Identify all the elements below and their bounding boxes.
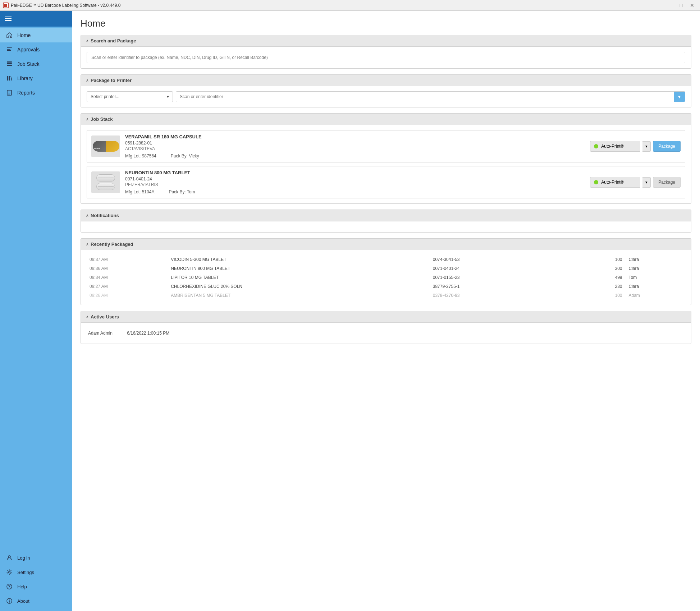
job-item-neurontin: NEURONTIN 800 MG TABLET 0071-0401-24 PFI…: [87, 166, 685, 198]
sidebar-item-jobstack[interactable]: Job Stack: [0, 57, 72, 71]
active-user-name: Adam Admin: [88, 331, 113, 336]
sidebar-item-library[interactable]: Library: [0, 71, 72, 86]
app-container: Home Approvals: [0, 11, 700, 611]
help-icon: [6, 583, 13, 590]
package-to-printer-header[interactable]: ∧ Package to Printer: [81, 75, 691, 86]
neurontin-packby: Pack By: Tom: [169, 189, 195, 194]
neurontin-autoprint-btn[interactable]: Auto-Print®: [590, 177, 640, 188]
active-user-row: Adam Admin 6/16/2022 1:00:15 PM: [87, 328, 685, 339]
recent-ndc: 0378-4270-93: [430, 291, 576, 300]
sidebar-menu-toggle[interactable]: [0, 11, 72, 27]
verapamil-packby: Pack By: Vicky: [171, 153, 199, 159]
maximize-button[interactable]: □: [676, 1, 686, 9]
search-section-chevron: ∧: [86, 39, 88, 43]
recent-time: 09:36 AM: [87, 264, 168, 273]
search-section-title: Search and Package: [91, 38, 136, 43]
notifications-body: [81, 221, 691, 232]
job-stack-section: ∧ Job Stack 40379 180mg: [81, 113, 691, 204]
neurontin-package-button[interactable]: Package: [653, 177, 681, 188]
recent-section-title: Recently Packaged: [91, 242, 133, 247]
recent-table: 09:37 AM VICODIN 5-300 MG TABLET 0074-30…: [87, 255, 685, 300]
neurontin-autoprint-chevron[interactable]: ▾: [642, 177, 651, 188]
printer-row: Select printer... ▾ ▾: [87, 91, 685, 102]
notifications-title: Notifications: [91, 213, 119, 218]
verapamil-actions: Auto-Print® ▾ Package: [590, 141, 681, 152]
svg-point-17: [9, 599, 10, 600]
neurontin-info: NEURONTIN 800 MG TABLET 0071-0401-24 PFI…: [125, 170, 585, 194]
active-users-chevron: ∧: [86, 315, 88, 319]
active-users-section: ∧ Active Users Adam Admin 6/16/2022 1:00…: [81, 311, 691, 344]
search-and-package-body: [81, 47, 691, 68]
close-button[interactable]: ✕: [687, 1, 697, 9]
sidebar-item-settings[interactable]: Settings: [0, 565, 72, 579]
neurontin-image: [91, 171, 120, 193]
sidebar-about-label: About: [17, 598, 29, 604]
printer-select[interactable]: Select printer... ▾: [87, 91, 173, 102]
recent-drug: CHLORHEXIDINE GLUC 20% SOLN: [168, 282, 430, 291]
svg-rect-5: [7, 65, 12, 66]
recent-section-chevron: ∧: [86, 242, 88, 246]
verapamil-image: 40379 180mg: [91, 135, 120, 157]
svg-rect-6: [7, 76, 8, 81]
search-package-input[interactable]: [87, 52, 685, 63]
verapamil-meta: Mfg Lot: 987564 Pack By: Vicky: [125, 153, 585, 159]
app-title: Pak-EDGE™ UD Barcode Labeling Software -…: [11, 3, 120, 8]
svg-point-13: [9, 571, 10, 573]
recent-drug: VICODIN 5-300 MG TABLET: [168, 255, 430, 264]
sidebar-bottom: Log in Settings: [0, 549, 72, 611]
neurontin-name: NEURONTIN 800 MG TABLET: [125, 170, 585, 175]
recent-drug: LIPITOR 10 MG TABLET: [168, 273, 430, 282]
notifications-header[interactable]: ∧ Notifications: [81, 210, 691, 221]
recently-packaged-body: 09:37 AM VICODIN 5-300 MG TABLET 0074-30…: [81, 250, 691, 305]
printer-identifier-input[interactable]: [176, 92, 674, 102]
hamburger-icon: [5, 17, 12, 21]
svg-rect-7: [9, 76, 10, 81]
svg-rect-11: [8, 94, 10, 95]
recent-table-row: 09:34 AM LIPITOR 10 MG TABLET 0071-0155-…: [87, 273, 685, 282]
search-and-package-section: ∧ Search and Package: [81, 35, 691, 69]
job-stack-header[interactable]: ∧ Job Stack: [81, 114, 691, 125]
verapamil-info: VERAPAMIL SR 180 MG CAPSULE 0591-2882-01…: [125, 134, 585, 159]
capsule-left: 40379: [93, 141, 106, 152]
jobstack-icon: [6, 60, 13, 68]
sidebar-library-label: Library: [17, 75, 33, 81]
neurontin-mfg: PFIZER/VIATRIS: [125, 182, 585, 187]
notifications-section: ∧ Notifications: [81, 210, 691, 233]
identifier-go-button[interactable]: ▾: [674, 92, 685, 102]
sidebar-home-label: Home: [17, 32, 31, 38]
svg-rect-3: [7, 61, 12, 63]
sidebar-item-help[interactable]: Help: [0, 579, 72, 594]
recently-packaged-header[interactable]: ∧ Recently Packaged: [81, 239, 691, 250]
sidebar-nav: Home Approvals: [0, 27, 72, 549]
neurontin-id: 0071-0401-24: [125, 176, 585, 182]
verapamil-mfg: ACTAVIS/TEVA: [125, 146, 585, 151]
recent-time: 09:34 AM: [87, 273, 168, 282]
svg-rect-1: [7, 49, 10, 50]
jobstack-section-chevron: ∧: [86, 117, 88, 121]
main-content: Home ∧ Search and Package ∧ Package to P…: [72, 11, 700, 611]
neurontin-meta: Mfg Lot: 5104A Pack By: Tom: [125, 189, 585, 194]
recent-qty: 300: [576, 264, 625, 273]
search-and-package-header[interactable]: ∧ Search and Package: [81, 35, 691, 47]
verapamil-autoprint-btn[interactable]: Auto-Print®: [590, 141, 640, 152]
verapamil-lot: Mfg Lot: 987564: [125, 153, 156, 159]
recent-user: Clara: [625, 264, 685, 273]
minimize-button[interactable]: —: [665, 1, 676, 9]
recent-table-row: 09:37 AM VICODIN 5-300 MG TABLET 0074-30…: [87, 255, 685, 264]
svg-rect-10: [8, 93, 10, 93]
active-users-header[interactable]: ∧ Active Users: [81, 311, 691, 323]
sidebar-item-home[interactable]: Home: [0, 28, 72, 42]
recent-table-row: 09:27 AM CHLORHEXIDINE GLUC 20% SOLN 387…: [87, 282, 685, 291]
printer-section-title: Package to Printer: [91, 78, 132, 83]
sidebar-item-login[interactable]: Log in: [0, 551, 72, 565]
capsule-right: 180mg: [106, 141, 119, 152]
sidebar-item-approvals[interactable]: Approvals: [0, 42, 72, 57]
reports-icon: [6, 89, 13, 96]
recent-qty: 499: [576, 273, 625, 282]
verapamil-package-button[interactable]: Package: [653, 141, 681, 152]
sidebar-item-reports[interactable]: Reports: [0, 86, 72, 100]
sidebar-item-about[interactable]: About: [0, 594, 72, 608]
recent-user: Adam: [625, 291, 685, 300]
verapamil-autoprint-chevron[interactable]: ▾: [642, 141, 651, 152]
library-icon: [6, 75, 13, 82]
